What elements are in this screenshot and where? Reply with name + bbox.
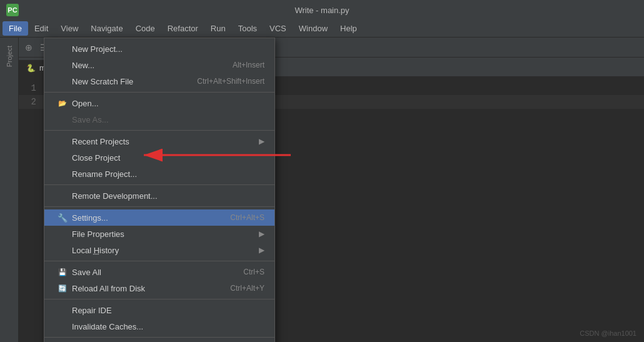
- title-bar: PC Write - main.py: [0, 0, 644, 20]
- sidebar: Project: [0, 38, 19, 342]
- menu-edit[interactable]: Edit: [28, 21, 54, 36]
- menu-navigate[interactable]: Navigate: [84, 21, 129, 36]
- remote-label: Remote Development...: [72, 191, 264, 201]
- open-label: Open...: [72, 99, 264, 108]
- rename-label: Rename Project...: [72, 169, 264, 179]
- line-number-2: 2: [19, 95, 44, 109]
- separator-6: [44, 299, 274, 299]
- separator-4: [44, 206, 274, 207]
- menu-item-settings[interactable]: 🔧 Settings... Ctrl+Alt+S: [44, 209, 274, 226]
- save-all-shortcut: Ctrl+S: [243, 268, 264, 276]
- menu-file[interactable]: File: [3, 21, 28, 36]
- menu-item-save-as: Save As...: [44, 111, 274, 128]
- toolbar-icon-add[interactable]: ⊕: [24, 41, 34, 54]
- separator-2: [44, 130, 274, 131]
- menu-item-invalidate-caches[interactable]: Invalidate Caches...: [44, 318, 274, 334]
- menu-item-new-scratch[interactable]: New Scratch File Ctrl+Alt+Shift+Insert: [44, 73, 274, 89]
- menu-item-close-project[interactable]: Close Project: [44, 149, 274, 166]
- new-shortcut: Alt+Insert: [233, 61, 264, 69]
- file-props-arrow: ▶: [259, 229, 264, 238]
- settings-label: Settings...: [72, 213, 218, 223]
- menu-help[interactable]: Help: [334, 21, 363, 36]
- menu-item-save-all[interactable]: 💾 Save All Ctrl+S: [44, 264, 274, 280]
- invalidate-label: Invalidate Caches...: [72, 322, 264, 331]
- menu-run[interactable]: Run: [204, 21, 232, 36]
- python-file-icon: 🐍: [26, 64, 36, 73]
- separator-3: [44, 184, 274, 185]
- watermark: CSDN @ihan1001: [580, 329, 636, 337]
- menu-view[interactable]: View: [54, 21, 84, 36]
- separator-1: [44, 92, 274, 93]
- menu-item-remote-dev[interactable]: Remote Development...: [44, 188, 274, 204]
- main-layout: Project New Project... New... Alt+Insert…: [0, 38, 644, 342]
- separator-7: [44, 337, 274, 338]
- new-scratch-shortcut: Ctrl+Alt+Shift+Insert: [197, 77, 264, 86]
- local-history-label: Local History: [72, 246, 253, 255]
- menu-item-repair-ide[interactable]: Repair IDE: [44, 302, 274, 318]
- settings-wrench-icon: 🔧: [57, 213, 68, 223]
- menu-item-local-history[interactable]: Local History ▶: [44, 242, 274, 258]
- new-label: New...: [72, 61, 220, 70]
- new-project-label: New Project...: [72, 44, 264, 54]
- repair-label: Repair IDE: [72, 306, 264, 315]
- menu-item-reload-all[interactable]: 🔄 Reload All from Disk Ctrl+Alt+Y: [44, 280, 274, 296]
- local-history-arrow: ▶: [259, 246, 264, 254]
- app-icon: PC: [6, 4, 19, 16]
- menu-code[interactable]: Code: [129, 21, 161, 36]
- menu-tools[interactable]: Tools: [232, 21, 263, 36]
- menu-item-file-properties[interactable]: File Properties ▶: [44, 226, 274, 242]
- menu-item-open[interactable]: 📂 Open...: [44, 95, 274, 111]
- separator-5: [44, 261, 274, 261]
- menu-item-new-project[interactable]: New Project...: [44, 41, 274, 57]
- reload-shortcut: Ctrl+Alt+Y: [230, 284, 264, 293]
- sidebar-project-tab[interactable]: Project: [3, 41, 16, 72]
- reload-label: Reload All from Disk: [72, 284, 218, 293]
- file-props-label: File Properties: [72, 229, 253, 239]
- save-all-label: Save All: [72, 268, 231, 277]
- menu-refactor[interactable]: Refactor: [161, 21, 204, 36]
- menu-item-rename-project[interactable]: Rename Project...: [44, 166, 274, 182]
- reload-icon: 🔄: [57, 284, 68, 293]
- recent-label: Recent Projects: [72, 137, 253, 146]
- new-scratch-label: New Scratch File: [72, 77, 184, 86]
- menu-item-recent-projects[interactable]: Recent Projects ▶: [44, 133, 274, 149]
- line-number-1: 1: [19, 81, 44, 95]
- menu-bar: File Edit View Navigate Code Refactor Ru…: [0, 20, 644, 38]
- save-all-icon: 💾: [57, 268, 68, 276]
- menu-vcs[interactable]: VCS: [263, 21, 293, 36]
- open-icon: 📂: [57, 99, 68, 108]
- save-as-label: Save As...: [72, 115, 264, 124]
- recent-arrow: ▶: [259, 137, 264, 146]
- menu-window[interactable]: Window: [293, 21, 334, 36]
- menu-item-new[interactable]: New... Alt+Insert: [44, 57, 274, 73]
- title-text: Write - main.py: [294, 6, 349, 15]
- close-project-label: Close Project: [72, 153, 264, 163]
- settings-shortcut: Ctrl+Alt+S: [230, 213, 264, 222]
- file-dropdown-menu: New Project... New... Alt+Insert New Scr…: [44, 38, 275, 342]
